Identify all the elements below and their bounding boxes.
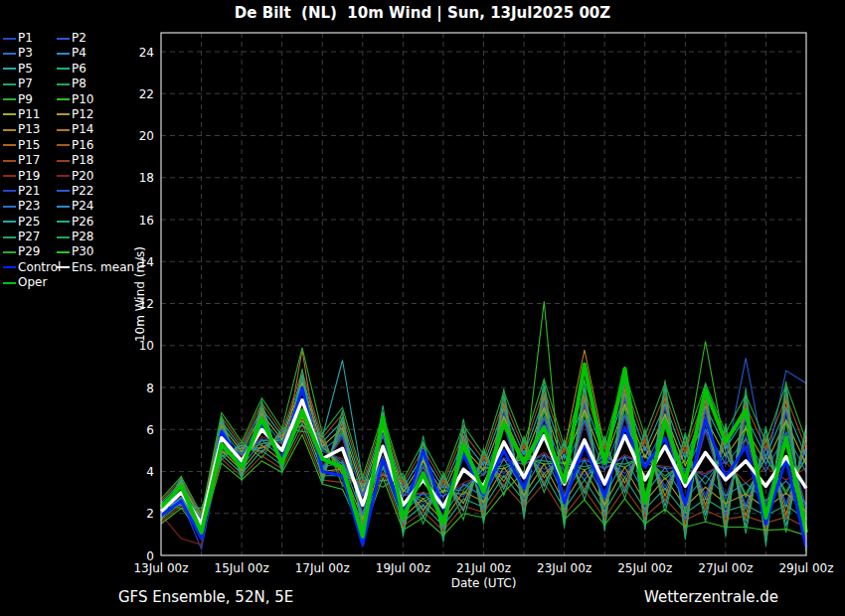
x-tick-label: 29Jul 00z [778, 561, 833, 575]
legend: P1P2P3P4P5P6P7P8P9P10P11P12P13P14P15P16P… [3, 31, 134, 291]
legend-label: P7 [18, 77, 33, 90]
legend-swatch-icon [3, 175, 16, 177]
legend-swatch-icon [57, 129, 70, 131]
legend-swatch-icon [3, 251, 16, 253]
x-tick-label: 17Jul 00z [295, 561, 350, 575]
legend-label: P22 [72, 184, 94, 198]
legend-label: P8 [72, 77, 86, 90]
legend-swatch-icon [57, 53, 70, 55]
x-tick-label: 21Jul 00z [456, 561, 511, 575]
x-tick-label: 19Jul 00z [376, 561, 430, 575]
legend-label: P27 [18, 230, 41, 243]
legend-swatch-icon [57, 266, 70, 268]
legend-item-p3: P3 [3, 46, 57, 61]
legend-swatch-icon [57, 113, 70, 115]
legend-label: Ens. mean [72, 260, 134, 274]
legend-swatch-icon [57, 83, 70, 85]
y-axis-label: 10m Wind (m/s) [133, 246, 147, 342]
y-tick-label: 22 [139, 87, 154, 101]
legend-label: P19 [18, 169, 41, 183]
legend-swatch-icon [57, 251, 70, 253]
footer-model-info: GFS Ensemble, 52N, 5E [118, 588, 293, 606]
legend-swatch-icon [57, 190, 70, 192]
y-tick-label: 20 [139, 129, 154, 143]
legend-item-control: Control [3, 260, 57, 275]
legend-label: P24 [72, 199, 94, 213]
legend-item-p22: P22 [57, 184, 134, 199]
legend-swatch-icon [3, 98, 16, 100]
y-tick-label: 16 [139, 214, 154, 228]
legend-item-p19: P19 [3, 169, 57, 184]
legend-item-p16: P16 [57, 138, 134, 153]
footer-site-name: Wetterzentrale.de [644, 588, 778, 606]
page-title: De Bilt (NL) 10m Wind | Sun, 13Jul2025 0… [0, 4, 845, 22]
x-tick-label: 13Jul 00z [133, 561, 188, 575]
legend-label: P14 [72, 122, 94, 136]
legend-label: P16 [72, 138, 94, 152]
legend-label: P10 [72, 92, 94, 106]
legend-item-p17: P17 [3, 153, 57, 168]
legend-item-p29: P29 [3, 244, 57, 259]
legend-swatch-icon [3, 221, 16, 223]
legend-swatch-icon [3, 144, 16, 146]
legend-swatch-icon [3, 68, 16, 70]
legend-item-p27: P27 [3, 230, 57, 244]
legend-label: P1 [18, 31, 33, 45]
legend-swatch-icon [3, 236, 16, 238]
legend-swatch-icon [57, 68, 70, 70]
legend-swatch-icon [3, 53, 16, 55]
legend-item-p25: P25 [3, 215, 57, 230]
legend-item-p4: P4 [57, 46, 134, 61]
legend-label: P20 [72, 169, 94, 183]
legend-item-p9: P9 [3, 92, 57, 107]
legend-item-p21: P21 [3, 184, 57, 199]
legend-item-p6: P6 [57, 62, 134, 77]
legend-item-p8: P8 [57, 77, 134, 91]
y-tick-label: 18 [139, 171, 154, 185]
legend-item-p7: P7 [3, 77, 57, 91]
legend-label: P21 [18, 184, 41, 198]
legend-label: P25 [18, 215, 41, 229]
legend-label: P15 [18, 138, 41, 152]
legend-item-oper: Oper [3, 275, 57, 290]
legend-label: P17 [18, 153, 41, 167]
chart-root: 02468101214161820222413Jul 00z15Jul 00z1… [0, 0, 845, 616]
legend-label: P6 [72, 62, 86, 76]
legend-label: Oper [18, 275, 47, 289]
legend-item-p20: P20 [57, 169, 134, 184]
legend-item-p12: P12 [57, 107, 134, 122]
legend-item-p18: P18 [57, 153, 134, 168]
legend-label: P13 [18, 122, 41, 136]
legend-label: P4 [72, 46, 86, 60]
legend-swatch-icon [3, 129, 16, 131]
legend-label: P3 [18, 46, 33, 60]
legend-label: P18 [72, 153, 94, 167]
legend-swatch-icon [3, 266, 16, 268]
legend-item-p28: P28 [57, 230, 134, 244]
legend-label: P28 [72, 230, 94, 243]
legend-label: P12 [72, 107, 94, 121]
legend-label: P29 [18, 244, 41, 258]
legend-item-p23: P23 [3, 199, 57, 214]
legend-swatch-icon [3, 282, 16, 284]
legend-swatch-icon [57, 206, 70, 208]
legend-swatch-icon [57, 236, 70, 238]
legend-item-p5: P5 [3, 62, 57, 77]
legend-swatch-icon [57, 38, 70, 40]
legend-swatch-icon [57, 160, 70, 162]
y-tick-label: 2 [146, 507, 154, 521]
x-tick-label: 27Jul 00z [698, 561, 753, 575]
legend-swatch-icon [3, 160, 16, 162]
legend-item-p10: P10 [57, 92, 134, 107]
legend-item-p24: P24 [57, 199, 134, 214]
legend-label: P11 [18, 107, 41, 121]
x-tick-label: 23Jul 00z [537, 561, 592, 575]
legend-label: P30 [72, 244, 94, 258]
y-tick-label: 24 [139, 46, 154, 60]
legend-item-ens--mean: Ens. mean [57, 260, 134, 275]
legend-swatch-icon [57, 175, 70, 177]
legend-swatch-icon [57, 98, 70, 100]
x-tick-label: 25Jul 00z [617, 561, 672, 575]
legend-item-p15: P15 [3, 138, 57, 153]
legend-swatch-icon [57, 221, 70, 223]
